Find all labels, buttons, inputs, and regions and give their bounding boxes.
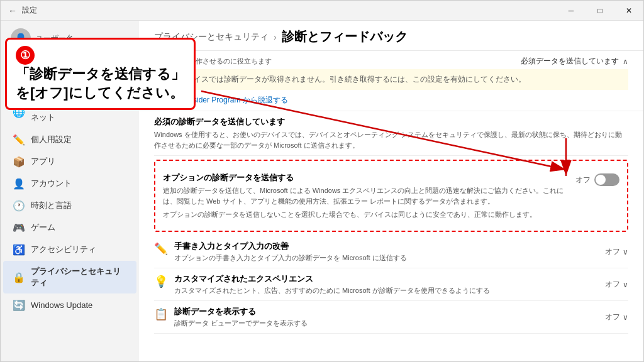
gaming-icon: 🎮 (13, 222, 25, 233)
time-icon: 🕐 (13, 200, 25, 211)
insider-program-row[interactable]: Windows Insider Program から脱退する (139, 90, 643, 111)
annotation-line1: 「診断データを送信する」 (16, 66, 185, 82)
view-data-expand-icon[interactable]: ∨ (623, 313, 628, 322)
required-data-top-row: 期待通りに動作させるのに役立ちます 必須データを送信しています ∧ (154, 51, 628, 69)
sidebar-item-label: アカウント (31, 178, 72, 189)
customized-icon: 💡 (154, 275, 168, 288)
required-badge: 必須データを送信しています (521, 56, 619, 67)
title-bar: ← 設定 ─ □ ✕ (1, 1, 643, 21)
customized-row: 💡 カスタマイズされたエクスペリエンス カスタマイズされたヒント、広告、おすすめ… (154, 273, 628, 295)
main-panel: プライバシーとセキュリティ › 診断とフィードバック 期待通りに動作させるのに役… (139, 21, 643, 361)
accounts-icon: 👤 (13, 178, 25, 189)
yellow-notice: このデバイスでは診断データが取得されません。引き続き取得するには、この設定を有効… (154, 69, 628, 90)
sidebar-item-label: アプリ (31, 156, 55, 167)
optional-diag-section: オプションの診断データを送信する 追加の診断データを送信して、Microsoft… (154, 160, 628, 232)
sidebar-item-label: 時刻と言語 (31, 200, 72, 211)
optional-diag-note: オプションの診断データを送信しないことを選択した場合でも、デバイスは同じように安… (163, 210, 565, 219)
sidebar-item-gaming[interactable]: 🎮 ゲーム (3, 217, 136, 238)
back-button[interactable]: ← (8, 6, 17, 16)
sidebar-item-windows-update[interactable]: 🔄 Windows Update (3, 294, 136, 315)
handwriting-icon: ✏️ (154, 242, 168, 256)
customized-control: オフ ∨ (605, 279, 628, 290)
handwriting-control: オフ ∨ (605, 246, 628, 257)
handwriting-desc: オプションの手書き入力とタイプ入力の診断データを Microsoft に送信する (174, 253, 407, 263)
view-data-row: 📋 診断データを表示する 診断データ ビューアーでデータを表示する オフ ∨ (154, 306, 628, 328)
accessibility-icon: ♿ (13, 244, 25, 255)
optional-diag-left: オプションの診断データを送信する 追加の診断データを送信して、Microsoft… (163, 172, 565, 219)
annotation-line2: を[オフ]にしてください。 (16, 85, 184, 101)
main-header: プライバシーとセキュリティ › 診断とフィードバック (139, 21, 643, 51)
breadcrumb: プライバシーとセキュリティ › 診断とフィードバック (154, 28, 628, 45)
optional-diag-control: オフ (575, 173, 619, 186)
handwriting-text: 手書き入力とタイプ入力の改善 オプションの手書き入力とタイプ入力の診断データを … (174, 241, 407, 263)
sidebar-item-label: ゲーム (31, 222, 55, 233)
customized-expand-icon[interactable]: ∨ (623, 280, 628, 289)
required-data-control: 必須データを送信しています ∧ (521, 56, 628, 67)
privacy-icon: 🔒 (13, 272, 25, 283)
view-data-text: 診断データを表示する 診断データ ビューアーでデータを表示する (174, 306, 308, 328)
update-icon: 🔄 (13, 299, 25, 310)
customized-desc: カスタマイズされたヒント、広告、おすすめのために Microsoft が診断デー… (174, 286, 490, 295)
sidebar-item-apps[interactable]: 📦 アプリ (3, 151, 136, 172)
view-data-left: 📋 診断データを表示する 診断データ ビューアーでデータを表示する (154, 306, 308, 328)
sidebar-item-label: アクセシビリティ (31, 244, 96, 255)
apps-icon: 📦 (13, 156, 25, 167)
handwriting-section: ✏️ 手書き入力とタイプ入力の改善 オプションの手書き入力とタイプ入力の診断デー… (154, 236, 628, 268)
title-bar-controls: ─ □ ✕ (557, 1, 643, 21)
view-data-icon: 📋 (154, 307, 168, 321)
handwriting-left: ✏️ 手書き入力とタイプ入力の改善 オプションの手書き入力とタイプ入力の診断デー… (154, 241, 407, 263)
optional-diag-row: オプションの診断データを送信する 追加の診断データを送信して、Microsoft… (163, 167, 619, 224)
view-data-section: 📋 診断データを表示する 診断データ ビューアーでデータを表示する オフ ∨ (154, 301, 628, 334)
required-diag-desc: Windows を使用すると、お使いのデバイスでは、デバイスとオペレーティング … (154, 129, 628, 150)
sidebar-item-label: プライバシーとセキュリティ (31, 266, 126, 288)
view-data-control: オフ ∨ (605, 312, 628, 322)
view-data-desc: 診断データ ビューアーでデータを表示する (174, 319, 308, 328)
breadcrumb-current: 診断とフィードバック (282, 28, 408, 45)
sidebar-item-label: 個人用設定 (31, 134, 72, 145)
handwriting-expand-icon[interactable]: ∨ (623, 248, 628, 256)
required-diag-section: 必須の診断データを送信しています Windows を使用すると、お使いのデバイス… (154, 111, 628, 156)
handwriting-title: 手書き入力とタイプ入力の改善 (174, 241, 407, 252)
annotation-box: ① 「診断データを送信する」 を[オフ]にしてください。 (5, 38, 196, 110)
optional-diag-toggle[interactable] (594, 173, 619, 186)
optional-diag-toggle-label: オフ (575, 175, 591, 185)
sidebar-item-accounts[interactable]: 👤 アカウント (3, 173, 136, 194)
customized-title: カスタマイズされたエクスペリエンス (174, 273, 490, 285)
view-data-title: 診断データを表示する (174, 306, 308, 317)
customized-label: オフ (605, 279, 620, 290)
customized-left: 💡 カスタマイズされたエクスペリエンス カスタマイズされたヒント、広告、おすすめ… (154, 273, 490, 295)
handwriting-row: ✏️ 手書き入力とタイプ入力の改善 オプションの手書き入力とタイプ入力の診断デー… (154, 241, 628, 263)
view-data-label: オフ (605, 312, 620, 322)
annotation-number: ① (16, 46, 35, 65)
maximize-button[interactable]: □ (586, 1, 614, 21)
customized-text: カスタマイズされたエクスペリエンス カスタマイズされたヒント、広告、おすすめのた… (174, 273, 490, 295)
sidebar-item-accessibility[interactable]: ♿ アクセシビリティ (3, 239, 136, 260)
minimize-button[interactable]: ─ (557, 1, 586, 21)
sidebar-item-personalization[interactable]: ✏️ 個人用設定 (3, 129, 136, 150)
required-diag-title: 必須の診断データを送信しています (154, 116, 628, 128)
window-title: 設定 (22, 5, 37, 16)
handwriting-label: オフ (605, 246, 620, 257)
expand-required-icon[interactable]: ∧ (623, 57, 628, 66)
sidebar-item-label: Windows Update (31, 300, 92, 310)
breadcrumb-separator: › (274, 32, 277, 42)
customized-section: 💡 カスタマイズされたエクスペリエンス カスタマイズされたヒント、広告、おすすめ… (154, 268, 628, 301)
close-button[interactable]: ✕ (614, 1, 643, 21)
optional-diag-title: オプションの診断データを送信する (163, 172, 565, 184)
sidebar-item-time[interactable]: 🕐 時刻と言語 (3, 195, 136, 216)
optional-diag-desc: 追加の診断データを送信して、Microsoft による Windows エクスペ… (163, 185, 565, 206)
annotation-text: 「診断データを送信する」 を[オフ]にしてください。 (16, 65, 185, 102)
personalization-icon: ✏️ (13, 134, 25, 145)
title-bar-left: ← 設定 (8, 5, 37, 16)
yellow-notice-text: このデバイスでは診断データが取得されません。引き続き取得するには、この設定を有効… (164, 75, 526, 84)
sidebar-item-privacy[interactable]: 🔒 プライバシーとセキュリティ (3, 261, 136, 293)
